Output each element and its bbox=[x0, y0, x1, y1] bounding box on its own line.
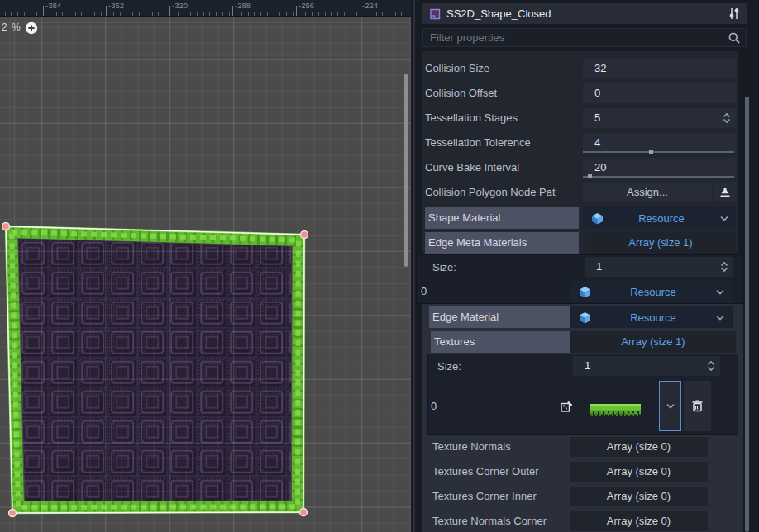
slider-grabber[interactable] bbox=[588, 174, 592, 178]
textures-corner-outer-array-button[interactable]: Array (size 0) bbox=[570, 462, 708, 482]
tessellation-tolerence-slider[interactable]: 4 bbox=[583, 133, 736, 153]
slider-grabber[interactable] bbox=[649, 150, 653, 154]
shape-point-handle[interactable] bbox=[301, 231, 308, 239]
object-tools-icon[interactable] bbox=[728, 7, 741, 21]
resource-cube-icon bbox=[579, 286, 591, 298]
inspected-object-title: SS2D_Shape_Closed bbox=[446, 7, 728, 20]
prop-label-textures-corner-outer: Textures Corner Outer bbox=[432, 461, 569, 482]
prop-label-collision-polygon-node-path: Collision Polygon Node Pat bbox=[425, 182, 580, 203]
slider-track[interactable] bbox=[583, 176, 734, 178]
ruler-label: -288 bbox=[235, 1, 251, 10]
ruler-label: -384 bbox=[45, 1, 61, 10]
filter-properties-input[interactable]: Filter properties bbox=[422, 28, 747, 47]
slider-track[interactable] bbox=[583, 151, 734, 153]
search-icon bbox=[728, 31, 741, 45]
edge-meta-item-resource-dropdown[interactable]: Resource bbox=[570, 281, 733, 302]
chevron-down-icon bbox=[715, 287, 725, 297]
delete-texture-item-button[interactable] bbox=[684, 381, 711, 431]
prop-label-curve-bake-interval: Curve Bake Interval bbox=[425, 157, 578, 178]
shape-material-value: Resource bbox=[604, 212, 719, 225]
spinner-updown-icon[interactable] bbox=[706, 359, 716, 373]
ruler-label: -224 bbox=[362, 1, 378, 10]
textures-corner-inner-array-button[interactable]: Array (size 0) bbox=[570, 487, 708, 506]
curve-bake-interval-slider[interactable]: 20 bbox=[583, 158, 736, 178]
inspector-header: SS2D_Shape_Closed bbox=[422, 3, 747, 24]
collision-size-field[interactable]: 32 bbox=[583, 59, 736, 78]
chevron-down-icon bbox=[715, 312, 725, 323]
ruler-label: -256 bbox=[298, 1, 314, 10]
prop-label-tessellation-tolerence: Tessellation Tolerence bbox=[425, 132, 578, 154]
prop-label-textures: Textures bbox=[434, 331, 475, 353]
spinner-updown-icon[interactable] bbox=[722, 112, 732, 125]
prop-label-tessellation-stages: Tessellation Stages bbox=[425, 107, 578, 129]
curve-bake-interval-value: 20 bbox=[594, 161, 606, 173]
inspector-panel: SS2D_Shape_Closed Filter properties Coll… bbox=[411, 0, 759, 532]
prop-label-edge-material: Edge Material bbox=[432, 306, 499, 328]
edge-meta-materials-array-button[interactable]: Array (size 1) bbox=[585, 232, 736, 254]
ruler-label: -320 bbox=[172, 1, 188, 10]
collision-offset-value: 0 bbox=[594, 87, 600, 99]
shape-point-handle[interactable] bbox=[300, 509, 308, 516]
viewport-vertical-scrollbar[interactable] bbox=[404, 74, 408, 267]
prop-cell-edge-material: Edge Material bbox=[429, 306, 570, 328]
node-pick-icon bbox=[718, 186, 732, 199]
shape-gizmos[interactable] bbox=[0, 0, 411, 532]
edge-material-resource-dropdown[interactable]: Resource bbox=[570, 306, 733, 328]
edit-texture-icon[interactable] bbox=[560, 400, 574, 414]
assign-node-path-button[interactable]: Assign... bbox=[583, 183, 712, 202]
texture-item-dropdown-button[interactable] bbox=[659, 381, 681, 431]
filter-placeholder: Filter properties bbox=[430, 31, 728, 44]
chevron-down-icon bbox=[666, 401, 675, 411]
godot-editor: -384-352-320-288-256-224 2 % SS2D_Shape_… bbox=[0, 0, 759, 532]
prop-label-textures-corner-inner: Textures Corner Inner bbox=[432, 486, 569, 507]
viewport-2d[interactable]: -384-352-320-288-256-224 2 % bbox=[0, 0, 411, 532]
prop-label-edge-meta-materials: Edge Meta Materials bbox=[428, 232, 527, 254]
tessellation-stages-value: 5 bbox=[594, 112, 600, 124]
resource-cube-icon bbox=[579, 311, 591, 324]
textures-array-button[interactable]: Array (size 1) bbox=[570, 331, 736, 353]
ss2d-shape-icon bbox=[428, 7, 442, 21]
shape-material-resource-dropdown[interactable]: Resource bbox=[583, 207, 736, 229]
prop-cell-textures: Textures bbox=[431, 331, 570, 353]
prop-label-texture-normals-corner: Texture Normals Corner bbox=[432, 511, 571, 532]
ruler-label: -352 bbox=[108, 1, 124, 10]
tessellation-tolerence-value: 4 bbox=[594, 136, 600, 149]
add-point-icon[interactable] bbox=[25, 21, 38, 35]
edge-meta-item-value: Resource bbox=[591, 286, 715, 298]
collision-size-value: 32 bbox=[594, 62, 606, 74]
texture-item-index: 0 bbox=[431, 396, 464, 417]
prop-label-shape-material: Shape Material bbox=[428, 207, 500, 229]
shape-point-handle[interactable] bbox=[2, 223, 10, 230]
chevron-down-icon bbox=[719, 213, 729, 224]
spinner-updown-icon[interactable] bbox=[719, 260, 729, 273]
texture-normals-array-button[interactable]: Array (size 0) bbox=[570, 437, 708, 457]
panel-divider bbox=[413, 0, 415, 532]
texture-normals-corner-array-button[interactable]: Array (size 0) bbox=[570, 511, 708, 531]
pick-node-button[interactable] bbox=[714, 183, 736, 202]
prop-label-collision-size: Collision Size bbox=[425, 58, 578, 79]
resource-cube-icon bbox=[591, 212, 604, 225]
zoom-level-label: 2 % bbox=[2, 21, 21, 33]
prop-cell-edge-meta-materials: Edge Meta Materials bbox=[425, 232, 579, 254]
array-size-label: Size: bbox=[437, 356, 561, 378]
edge-meta-array-size-spinbox[interactable]: 1 bbox=[585, 257, 733, 277]
edge-meta-array-size-value: 1 bbox=[596, 260, 602, 273]
prop-cell-shape-material: Shape Material bbox=[425, 207, 579, 229]
prop-label-texture-normals: Texture Normals bbox=[432, 436, 569, 458]
edge-material-value: Resource bbox=[591, 311, 715, 324]
grass-texture-preview[interactable] bbox=[590, 404, 641, 418]
array-item-index: 0 bbox=[421, 281, 470, 302]
array-size-label: Size: bbox=[432, 257, 556, 278]
textures-array-size-spinbox[interactable]: 1 bbox=[573, 356, 720, 376]
tessellation-stages-spinbox[interactable]: 5 bbox=[583, 108, 736, 128]
textures-array-size-value: 1 bbox=[585, 359, 590, 372]
trash-icon bbox=[690, 399, 704, 413]
viewport-ruler: -384-352-320-288-256-224 bbox=[0, 0, 411, 17]
shape-point-handle[interactable] bbox=[9, 510, 17, 517]
collision-offset-field[interactable]: 0 bbox=[583, 83, 736, 103]
inspector-vertical-scrollbar[interactable] bbox=[745, 97, 749, 532]
prop-label-collision-offset: Collision Offset bbox=[425, 83, 578, 104]
